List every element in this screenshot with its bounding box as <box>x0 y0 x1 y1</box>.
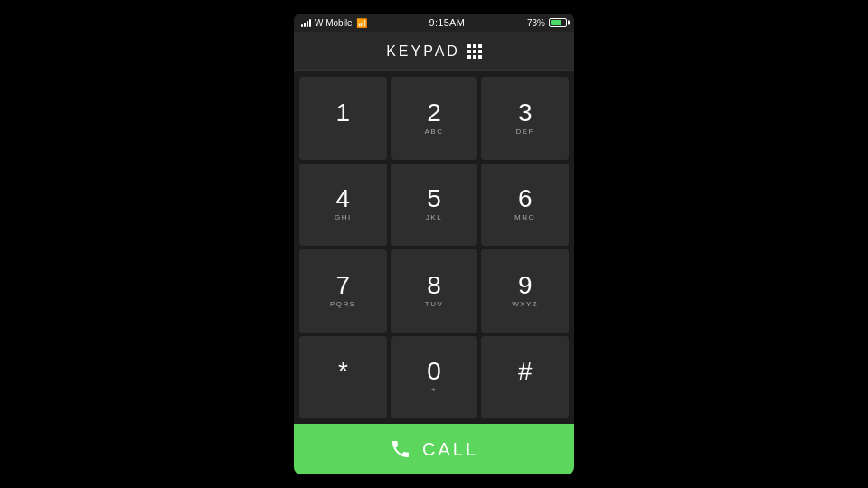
key-5[interactable]: 5 JKL <box>391 164 478 247</box>
key-8-letters: TUV <box>425 300 444 309</box>
key-9[interactable]: 9 WXYZ <box>481 249 569 333</box>
keypad-row-4: * 0 + # <box>299 336 569 419</box>
key-2-letters: ABC <box>425 127 444 136</box>
key-4-number: 4 <box>336 186 351 211</box>
key-4[interactable]: 4 GHI <box>299 164 387 247</box>
key-6-letters: MNO <box>514 213 535 222</box>
key-3[interactable]: 3 DEF <box>481 77 569 160</box>
signal-bars-icon <box>301 18 311 27</box>
keypad-row-3: 7 PQRS 8 TUV 9 WXYZ <box>299 249 569 333</box>
call-label: CALL <box>422 439 478 460</box>
key-7[interactable]: 7 PQRS <box>299 249 387 333</box>
time-display: 9:15AM <box>429 17 465 28</box>
status-bar: W Mobile 📶 9:15AM 73% <box>294 14 574 32</box>
key-0[interactable]: 0 + <box>391 336 478 419</box>
key-1-number: 1 <box>336 100 351 126</box>
key-5-number: 5 <box>427 186 441 211</box>
battery-icon <box>549 18 567 27</box>
status-left: W Mobile 📶 <box>301 18 367 28</box>
key-7-letters: PQRS <box>330 300 356 309</box>
key-hash-number: # <box>518 359 533 384</box>
key-9-letters: WXYZ <box>512 300 538 309</box>
wifi-icon: 📶 <box>356 18 367 28</box>
key-5-letters: JKL <box>426 213 442 222</box>
key-3-letters: DEF <box>515 127 534 136</box>
key-hash[interactable]: # <box>481 336 569 419</box>
key-0-letters: + <box>431 386 437 395</box>
key-1[interactable]: 1 <box>299 77 387 160</box>
key-6-number: 6 <box>518 186 533 211</box>
key-star[interactable]: * <box>299 336 387 419</box>
keypad-row-2: 4 GHI 5 JKL 6 MNO <box>299 164 569 247</box>
keypad-row-1: 1 2 ABC 3 DEF <box>299 77 569 160</box>
keypad-title-label: KEYPAD <box>386 43 460 60</box>
key-2[interactable]: 2 ABC <box>391 77 478 160</box>
key-6[interactable]: 6 MNO <box>481 164 569 247</box>
phone-frame: W Mobile 📶 9:15AM 73% KEYPAD <box>294 14 574 474</box>
carrier-label: W Mobile <box>315 18 353 28</box>
key-star-number: * <box>338 359 348 384</box>
key-4-letters: GHI <box>335 213 352 222</box>
key-8-number: 8 <box>427 273 441 298</box>
key-9-number: 9 <box>518 273 533 298</box>
call-button[interactable]: CALL <box>294 424 574 474</box>
status-right: 73% <box>527 18 567 28</box>
key-3-number: 3 <box>518 100 533 126</box>
phone-call-icon <box>390 438 411 460</box>
keypad-area: 1 2 ABC 3 DEF 4 GHI 5 JKL 6 <box>294 71 574 424</box>
header-title: KEYPAD <box>386 43 482 60</box>
key-7-number: 7 <box>336 273 351 298</box>
header: KEYPAD <box>294 32 574 71</box>
grid-icon <box>467 44 482 59</box>
key-8[interactable]: 8 TUV <box>391 249 478 333</box>
key-2-number: 2 <box>427 100 441 126</box>
key-0-number: 0 <box>427 359 441 384</box>
battery-percent-label: 73% <box>527 18 545 28</box>
